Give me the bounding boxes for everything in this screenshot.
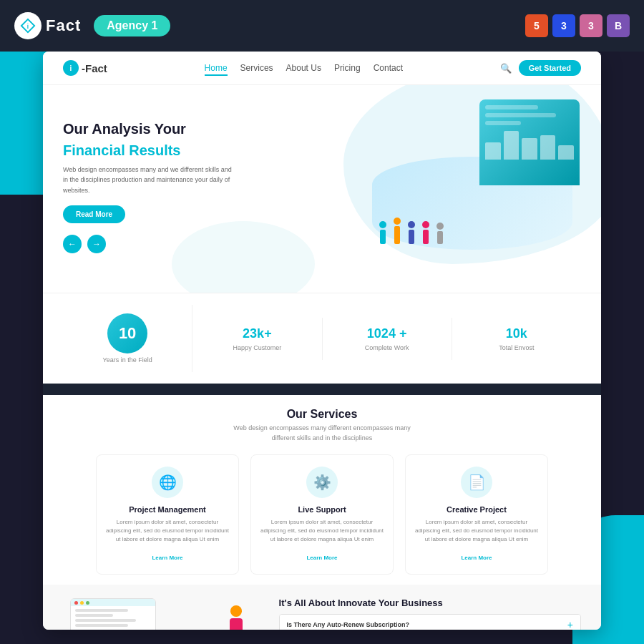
screen-bar-1 — [485, 105, 538, 109]
service-link-1[interactable]: Learn More — [152, 555, 182, 561]
service-title-2: Live Support — [260, 505, 384, 514]
site-logo-icon: i — [63, 60, 79, 76]
mock-line-1 — [75, 609, 128, 612]
logo-badge: i — [14, 12, 42, 39]
service-link-3[interactable]: Learn More — [461, 555, 492, 561]
accordion-toggle-icon: + — [567, 619, 573, 630]
person-4 — [422, 221, 429, 244]
stat-years: 10 Years in the Field — [63, 305, 192, 372]
stat-work-label: Complete Work — [328, 344, 446, 351]
services-description: Web design encompasses many different en… — [222, 424, 422, 443]
illus-chart — [485, 131, 574, 160]
service-card-2: ⚙️ Live Support Lorem ipsum dolor sit am… — [250, 454, 394, 575]
accordion-item-1: Is There Any Auto-Renew Subscription? + … — [279, 614, 581, 630]
bottom-illustration — [63, 595, 265, 630]
figure-body — [230, 618, 243, 630]
person-3 — [408, 221, 415, 244]
app-logo-text: Fact — [46, 16, 81, 35]
chart-bar-1 — [485, 142, 501, 160]
person-body-5 — [437, 231, 443, 244]
person-body-3 — [409, 230, 414, 244]
person-head-2 — [394, 218, 401, 225]
sass-badge: 3 — [580, 14, 602, 37]
chart-bar-4 — [540, 135, 556, 160]
nav-right: 🔍 Get Started — [500, 60, 581, 76]
website-preview: i -Fact Home Services About Us Pricing C… — [43, 52, 601, 630]
services-section: Our Services Web design encompasses many… — [43, 395, 601, 585]
stat-work: 1024 + Complete Work — [323, 318, 452, 360]
nav-item-pricing[interactable]: Pricing — [334, 63, 361, 73]
chart-bar-5 — [558, 145, 574, 160]
nav-item-home[interactable]: Home — [205, 63, 228, 73]
chart-bar-3 — [522, 138, 537, 160]
nav-links: Home Services About Us Pricing Contact — [205, 63, 403, 73]
person-head-5 — [436, 223, 444, 230]
person-body-4 — [423, 230, 429, 244]
stat-envost-label: Total Envost — [458, 344, 575, 351]
mock-line-3 — [75, 619, 136, 622]
site-navigation: i -Fact Home Services About Us Pricing C… — [43, 52, 601, 85]
person-body-1 — [380, 230, 386, 244]
stat-circle: 10 — [107, 313, 147, 353]
hero-illustration — [358, 92, 587, 271]
hero-description: Web design encompasses many and we diffe… — [63, 165, 235, 195]
hero-title-line1: Our Analysis Your — [63, 119, 278, 138]
screen-bar-3 — [485, 121, 521, 125]
mock-line-2 — [75, 614, 113, 617]
creative-project-icon: 📄 — [461, 467, 492, 498]
service-card-3: 📄 Creative Project Lorem ipsum dolor sit… — [405, 454, 548, 575]
service-card-1: 🌐 Project Management Lorem ipsum dolor s… — [96, 454, 239, 575]
header-logo-area: i Fact Agency 1 — [14, 12, 170, 39]
bottom-title: It's All About Innovate Your Business — [279, 597, 581, 608]
person-head-3 — [408, 221, 415, 228]
nav-item-contact[interactable]: Contact — [374, 63, 403, 73]
nav-item-about[interactable]: About Us — [286, 63, 321, 73]
mock-dot-red — [74, 601, 78, 605]
tech-icons-group: 5 3 3 B — [525, 14, 630, 37]
diamond-icon: i — [20, 18, 36, 34]
service-title-3: Creative Project — [414, 505, 539, 514]
services-title: Our Services — [63, 408, 581, 421]
read-more-button[interactable]: Read More — [63, 205, 125, 223]
next-arrow-button[interactable]: → — [87, 235, 106, 253]
person-2 — [394, 218, 401, 244]
mock-dot-green — [86, 601, 89, 605]
services-grid: 🌐 Project Management Lorem ipsum dolor s… — [63, 454, 581, 575]
html5-badge: 5 — [525, 14, 548, 37]
hero-content: Our Analysis Your Financial Results Web … — [63, 105, 278, 253]
illus-people — [379, 218, 444, 244]
person-5 — [436, 223, 444, 244]
service-desc-3: Lorem ipsum dolor sit amet, consectetur … — [414, 518, 539, 544]
prev-arrow-button[interactable]: ← — [63, 235, 82, 253]
bottom-person-figure — [222, 605, 250, 630]
screen-bar-2 — [485, 113, 556, 117]
mock-header — [71, 599, 155, 606]
bottom-section: It's All About Innovate Your Business Is… — [43, 585, 601, 630]
stats-section: 10 Years in the Field 23k+ Happy Custome… — [43, 293, 601, 384]
chart-bar-2 — [504, 131, 519, 160]
stat-customers: 23k+ Happy Customer — [192, 318, 322, 360]
site-logo: i -Fact — [63, 60, 107, 76]
hero-arrows: ← → — [63, 235, 278, 253]
hero-title-colored: Financial Results — [63, 142, 278, 159]
nav-item-services[interactable]: Services — [240, 63, 273, 73]
mock-line-4 — [75, 624, 128, 627]
get-started-button[interactable]: Get Started — [519, 60, 581, 76]
accordion-question-1: Is There Any Auto-Renew Subscription? — [287, 621, 409, 628]
person-head-1 — [379, 221, 386, 228]
mock-dot-yellow — [80, 601, 84, 605]
dark-divider — [43, 384, 601, 395]
app-header: i Fact Agency 1 5 3 3 B — [0, 0, 644, 52]
person-head-4 — [422, 221, 429, 228]
project-management-icon: 🌐 — [152, 467, 183, 498]
service-desc-1: Lorem ipsum dolor sit amet, consectetur … — [105, 518, 230, 544]
search-icon[interactable]: 🔍 — [500, 63, 512, 74]
css3-badge: 3 — [552, 14, 575, 37]
service-link-2[interactable]: Learn More — [306, 555, 337, 561]
illus-screen — [479, 99, 580, 185]
accordion-header-1[interactable]: Is There Any Auto-Renew Subscription? + — [280, 615, 580, 630]
site-logo-text: -Fact — [82, 62, 107, 74]
stat-customers-value: 23k+ — [198, 326, 316, 341]
stat-years-label: Years in the Field — [69, 356, 186, 364]
mock-content — [71, 606, 155, 630]
